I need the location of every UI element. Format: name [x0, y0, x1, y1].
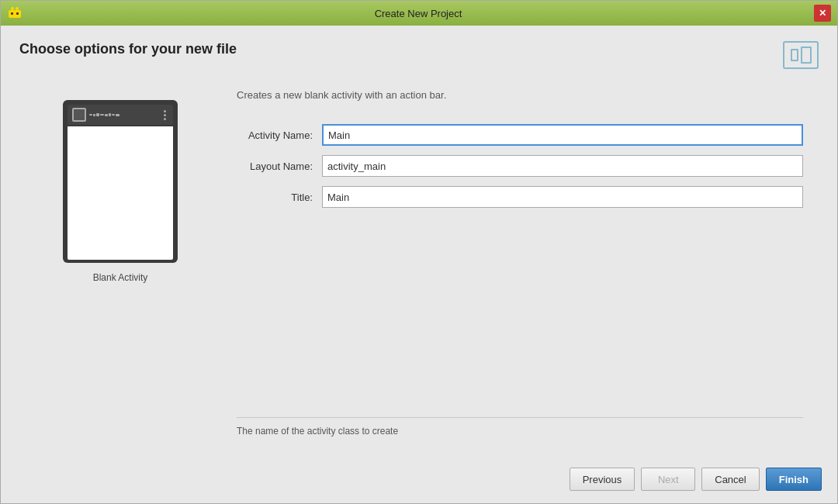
title-bar: Create New Project ✕: [1, 1, 837, 26]
phone-preview: [63, 100, 178, 263]
menu-dot-2: [164, 114, 166, 116]
layout-name-input[interactable]: [322, 155, 803, 177]
svg-rect-0: [9, 10, 21, 18]
svg-point-2: [16, 7, 19, 10]
form-section: Creates a new blank activity with an act…: [221, 85, 819, 444]
icon-panel-right: [801, 47, 812, 64]
wave-1: [89, 114, 92, 116]
app-icon: [7, 5, 23, 21]
wave-2: [93, 114, 95, 116]
title-input[interactable]: [322, 186, 803, 208]
title-bar-left: [7, 5, 23, 21]
main-window: Create New Project ✕ Choose options for …: [0, 0, 838, 504]
title-row: Title:: [237, 186, 803, 208]
icon-panel-left: [791, 49, 798, 61]
layout-name-row: Layout Name:: [237, 155, 803, 177]
menu-dot-3: [164, 118, 166, 120]
activity-name-label: Activity Name:: [237, 129, 322, 141]
preview-section: Blank Activity: [19, 85, 221, 444]
wave-5: [105, 114, 108, 116]
phone-screen: [68, 126, 173, 260]
layout-preview-icon: [783, 41, 819, 69]
main-area: Blank Activity Creates a new blank activ…: [19, 85, 819, 444]
page-header: Choose options for your new file: [19, 41, 819, 69]
page-title: Choose options for your new file: [19, 41, 237, 57]
bottom-bar: Previous Next Cancel Finish: [1, 460, 837, 503]
wave-6: [109, 113, 111, 116]
wave-3: [96, 113, 99, 116]
activity-name-input[interactable]: [322, 124, 803, 146]
svg-rect-4: [16, 12, 19, 15]
phone-menu-button: [164, 110, 168, 120]
preview-label: Blank Activity: [93, 272, 148, 283]
title-bar-controls: ✕: [814, 5, 831, 22]
wave-4: [100, 114, 104, 116]
close-button[interactable]: ✕: [814, 5, 831, 22]
phone-wave: [89, 113, 164, 116]
description-text: Creates a new blank activity with an act…: [237, 89, 803, 101]
svg-point-1: [11, 7, 14, 10]
layout-name-label: Layout Name:: [237, 161, 322, 172]
phone-back-button: [72, 108, 86, 122]
svg-rect-3: [11, 12, 13, 15]
finish-button[interactable]: Finish: [766, 468, 822, 491]
next-button[interactable]: Next: [641, 468, 695, 491]
menu-dot-1: [164, 110, 166, 112]
title-label: Title:: [237, 192, 322, 203]
wave-7: [112, 114, 115, 116]
phone-top-bar: [68, 105, 173, 125]
window-title: Create New Project: [375, 8, 462, 19]
previous-button[interactable]: Previous: [570, 468, 635, 491]
hint-text: The name of the activity class to create: [237, 426, 803, 437]
activity-name-row: Activity Name:: [237, 124, 803, 146]
cancel-button[interactable]: Cancel: [701, 468, 759, 491]
separator: [237, 417, 803, 418]
wave-8: [116, 114, 119, 116]
content-area: Choose options for your new file: [1, 26, 837, 460]
